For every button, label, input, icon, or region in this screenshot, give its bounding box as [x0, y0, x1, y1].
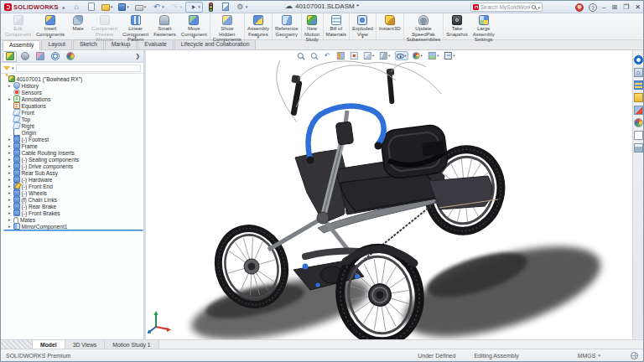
- feature-tree-item[interactable]: ▸ Cable Routing Inserts: [3, 149, 143, 156]
- filter-icon[interactable]: [3, 66, 10, 70]
- expand-arrow-icon[interactable]: ▸: [8, 163, 12, 168]
- file-properties-button[interactable]: ▾: [219, 2, 232, 13]
- user-avatar[interactable]: [575, 3, 584, 12]
- expand-arrow-icon[interactable]: ▸: [8, 217, 12, 222]
- print-button[interactable]: ▾: [132, 2, 149, 13]
- tab-displaymanager[interactable]: [63, 51, 77, 62]
- command-button[interactable]: Reference Geometry ▾: [272, 13, 301, 39]
- home-button[interactable]: ▾: [70, 2, 84, 13]
- previous-view-button[interactable]: ▾: [322, 50, 333, 61]
- scenes-icon[interactable]: [634, 131, 643, 140]
- command-button[interactable]: Linear Component Pattern ▾: [120, 13, 151, 39]
- undo-button[interactable]: ▾: [149, 2, 167, 13]
- expand-arrow-icon[interactable]: ▸: [8, 170, 12, 175]
- expand-arrow-icon[interactable]: ▸: [8, 150, 12, 155]
- view-settings-button[interactable]: ▾: [443, 50, 456, 61]
- command-button[interactable]: Move Component ▾: [179, 13, 210, 39]
- threedexperience-icon[interactable]: [634, 55, 643, 65]
- restore-button[interactable]: ❐: [623, 1, 629, 13]
- save-button[interactable]: ▾: [116, 2, 132, 13]
- document-tab[interactable]: Model: [33, 340, 65, 349]
- units-selector[interactable]: MMGS ▾: [578, 353, 600, 359]
- expand-arrow-icon[interactable]: ▸: [8, 184, 12, 189]
- expand-arrow-icon[interactable]: ▸: [8, 143, 12, 148]
- help-button[interactable]: ?: [589, 3, 597, 12]
- expand-arrow-icon[interactable]: ▸: [8, 157, 12, 162]
- feature-tree-item[interactable]: ▸ (-) Hardware: [3, 176, 143, 183]
- feature-tree-item[interactable]: ▸ Mates: [3, 216, 143, 223]
- tab-configurationmanager[interactable]: [33, 51, 47, 62]
- command-button[interactable]: Update SpeedPak Subassemblies ▾: [403, 13, 444, 39]
- redo-button[interactable]: ▾: [168, 2, 185, 13]
- feature-tree-item[interactable]: ▸ Equations: [3, 102, 143, 109]
- tab-propertymanager[interactable]: [18, 51, 32, 62]
- section-view-button[interactable]: ▾: [335, 50, 346, 61]
- filter-dropdown-caret[interactable]: ▾: [12, 65, 14, 70]
- search-input[interactable]: Search MySolidWorks: [480, 4, 530, 10]
- tab-scroll-grip[interactable]: [1, 340, 33, 349]
- feature-tree-item[interactable]: ▸ (-) Rear Brake: [3, 203, 143, 209]
- globe-icon[interactable]: [631, 352, 638, 359]
- feature-tree-item[interactable]: ▸ Origin: [3, 129, 143, 136]
- feature-tree-item[interactable]: ▸ (f) Chain Links: [3, 196, 143, 203]
- expand-arrow-icon[interactable]: ▸: [8, 197, 12, 202]
- design-library-icon[interactable]: [634, 80, 643, 90]
- feature-tree-item[interactable]: ▸ Right: [3, 122, 143, 129]
- close-button[interactable]: ✕: [635, 1, 641, 13]
- feature-tree-item[interactable]: ▸ (-) Seating components: [3, 156, 143, 163]
- feature-tree-item[interactable]: ▸ Rear Sub Assy: [3, 169, 143, 176]
- search-dropdown-caret[interactable]: ▾: [538, 5, 540, 10]
- command-button[interactable]: Large Assembly Settings ▾: [470, 13, 497, 39]
- minimize-button[interactable]: –: [602, 1, 605, 13]
- solidworks-logo[interactable]: SOLIDWORKS: [4, 3, 59, 11]
- layout-button[interactable]: ⊞: [611, 1, 617, 13]
- feature-tree-item[interactable]: ▸ Frame: [3, 142, 143, 149]
- display-style-button[interactable]: ▾: [378, 50, 392, 61]
- feature-tree-item[interactable]: ▸ MirrorComponent1: [3, 223, 143, 230]
- view-palette-icon[interactable]: [634, 106, 643, 115]
- select-button[interactable]: ▾: [185, 2, 203, 13]
- expand-arrow-icon[interactable]: ▸: [8, 210, 12, 215]
- tab-dimxpertmanager[interactable]: [48, 51, 62, 62]
- solidworks-resources-icon[interactable]: [634, 68, 643, 77]
- command-manager-tab[interactable]: Assembly: [3, 40, 40, 50]
- feature-tree-item[interactable]: ▸ Top: [3, 116, 143, 122]
- command-button[interactable]: Bill of Materials ▾: [323, 13, 349, 39]
- command-manager-tab[interactable]: Layout: [41, 39, 71, 49]
- feature-tree-item[interactable]: ▸ (-) Front End: [3, 183, 143, 189]
- open-button[interactable]: ▾: [99, 2, 116, 13]
- feature-tree-item[interactable]: ▸ (-) Front Brakes: [3, 209, 143, 216]
- model-3d-handcycle[interactable]: [146, 50, 632, 339]
- expand-arrow-icon[interactable]: ▸: [8, 83, 12, 88]
- command-button[interactable]: Edit Component ▾: [3, 13, 34, 39]
- expand-arrow-icon[interactable]: ▸: [8, 204, 12, 209]
- command-button[interactable]: Smart Fasteners ▾: [151, 13, 179, 39]
- view-orientation-button[interactable]: ▾: [362, 50, 376, 61]
- search-icon[interactable]: [532, 5, 536, 9]
- options-button[interactable]: ▾: [233, 2, 251, 13]
- expand-arrow-icon[interactable]: ▸: [8, 224, 12, 229]
- panel-expand-arrow[interactable]: ❯: [135, 53, 142, 59]
- command-button[interactable]: Show Hidden Components ▾: [210, 13, 244, 39]
- command-button[interactable]: Take Snapshot ▾: [443, 13, 470, 39]
- expand-arrow-icon[interactable]: ▸: [8, 190, 12, 195]
- expand-arrow-icon[interactable]: ▸: [8, 96, 12, 101]
- command-button[interactable]: Assembly Features ▾: [244, 13, 272, 39]
- edit-appearance-button[interactable]: ▾: [411, 50, 424, 61]
- rebuild-button[interactable]: ▾: [204, 2, 218, 13]
- zoom-to-area-button[interactable]: ▾: [309, 50, 319, 61]
- feature-tree-item[interactable]: ▸ Sensors: [3, 89, 143, 96]
- menu-flyout-arrow[interactable]: ▸: [63, 4, 65, 10]
- command-button[interactable]: Insert Components ▾: [34, 13, 67, 39]
- dynamic-annotation-button[interactable]: ▾: [349, 50, 360, 61]
- tab-featuremanager[interactable]: [3, 51, 17, 62]
- feature-tree-item[interactable]: ▸ (-) Footrest: [3, 136, 143, 142]
- command-button[interactable]: Component Preview Window ▾: [89, 13, 120, 39]
- search-box[interactable]: Search MySolidWorks ▾: [470, 3, 543, 12]
- command-button[interactable]: Exploded View ▾: [349, 13, 376, 39]
- command-button[interactable]: New Motion Study ▾: [301, 13, 323, 39]
- appearances-icon[interactable]: [634, 118, 643, 127]
- document-tab[interactable]: 3D Views: [65, 340, 106, 349]
- expand-arrow-icon[interactable]: ▸: [8, 177, 12, 182]
- feature-tree-item[interactable]: ▸ History: [3, 82, 143, 89]
